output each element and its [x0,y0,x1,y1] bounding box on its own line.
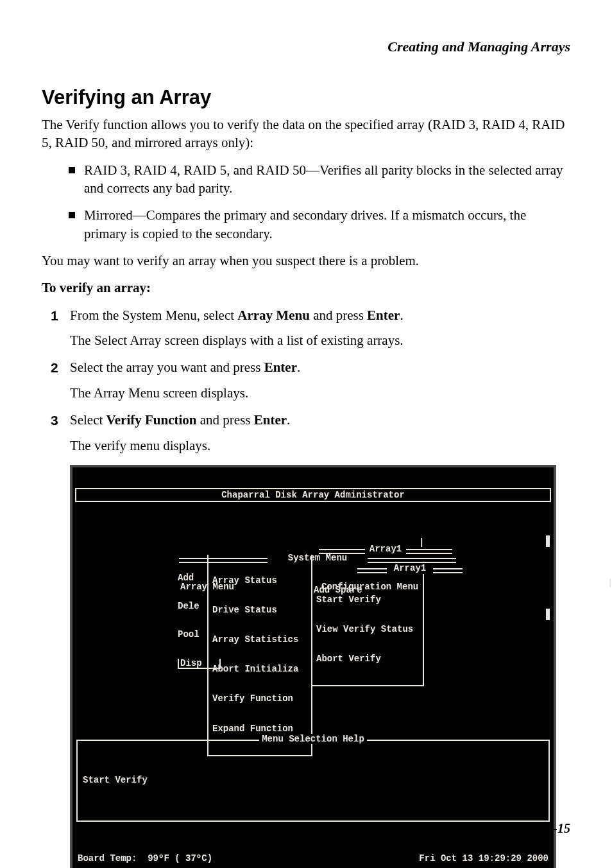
help-box: Menu Selection Help Start Verify [76,740,550,822]
menu-item[interactable]: Array Statistics [212,635,307,645]
status-datetime: Fri Oct 13 19:29:29 2000 [419,854,548,863]
page-title: Verifying an Array [42,86,570,109]
scrollbar-icon [546,535,550,547]
paragraph: You may want to verify an array when you… [42,252,570,270]
step-text-bold: Enter [367,308,400,323]
bullet-text: RAID 3, RAID 4, RAID 5, and RAID 50—Veri… [84,161,570,198]
step-item: 2 Select the array you want and press En… [47,358,570,377]
terminal-screenshot: Chaparral Disk Array Administrator Syste… [70,465,556,868]
step-subtext: The verify menu displays. [70,437,570,455]
step-item: 1 From the System Menu, select Array Men… [47,306,570,325]
menu-item[interactable]: Abort Initializa [212,664,307,674]
procedure-title: To verify an array: [42,279,570,297]
step-text: Select the array you want and press [70,360,264,375]
divider-icon: | [608,578,612,588]
step-item: 3 Select Verify Function and press Enter… [47,411,570,430]
bullet-list: RAID 3, RAID 4, RAID 5, and RAID 50—Veri… [42,161,570,243]
page-number: 4-15 [547,821,570,836]
intro-paragraph: The Verify function allows you to verify… [42,116,570,152]
step-body: Select the array you want and press Ente… [70,358,570,377]
step-subtext: The Array Menu screen displays. [70,384,570,402]
menu-item-view-verify-status[interactable]: View Verify Status [316,625,419,634]
menu-item-verify-function[interactable]: Verify Function [212,694,307,704]
scrollbar-icon [546,609,550,620]
step-number: 3 [47,411,70,430]
help-title: Menu Selection Help [78,734,548,743]
menu-item-start-verify[interactable]: Start Verify [316,595,419,605]
step-text: . [297,360,300,375]
terminal-title: Chaparral Disk Array Administrator [75,488,551,502]
status-bar: Board Temp: 99ºF ( 37ºC) Fri Oct 13 19:2… [72,853,554,865]
step-text: and press [197,412,254,428]
step-list: 1 From the System Menu, select Array Men… [42,306,570,455]
submenu-1: Array Status Drive Status Array Statisti… [207,555,312,756]
status-temp: Board Temp: 99ºF ( 37ºC) [78,854,212,863]
step-text-bold: Enter [264,360,297,375]
bullet-item: RAID 3, RAID 4, RAID 5, and RAID 50—Veri… [69,161,570,198]
bullet-square-icon [69,167,75,173]
menu-item[interactable]: Expand Function [212,724,307,734]
array1b-label: Array1 [357,564,463,573]
step-text: From the System Menu, select [70,308,237,323]
menu-item[interactable]: Array Status [212,576,307,586]
bullet-text: Mirrored—Compares the primary and second… [84,206,570,243]
terminal-body: System Menu Array Menu | Configuration M… [72,532,554,709]
step-text-bold: Array Menu [237,308,310,323]
submenu-3: Start Verify View Verify Status Abort Ve… [311,574,424,686]
menu-item-abort-verify[interactable]: Abort Verify [316,654,419,664]
step-text: and press [310,308,367,323]
terminal-window: Chaparral Disk Array Administrator Syste… [70,465,556,868]
step-subtext: The Select Array screen displays with a … [70,331,570,349]
section-header: Creating and Managing Arrays [42,39,570,55]
step-text: . [287,412,290,428]
array1-label: Array1 [315,544,456,553]
step-text: Select [70,412,106,428]
bullet-square-icon [69,212,75,218]
step-text: . [400,308,403,323]
step-number: 1 [47,306,70,325]
menu-item[interactable]: Drive Status [212,605,307,615]
help-content: Start Verify [83,776,543,785]
bullet-item: Mirrored—Compares the primary and second… [69,206,570,243]
step-text-bold: Verify Function [106,412,197,428]
step-body: Select Verify Function and press Enter. [70,411,570,430]
step-body: From the System Menu, select Array Menu … [70,306,570,325]
step-text-bold: Enter [254,412,287,428]
step-number: 2 [47,358,70,377]
